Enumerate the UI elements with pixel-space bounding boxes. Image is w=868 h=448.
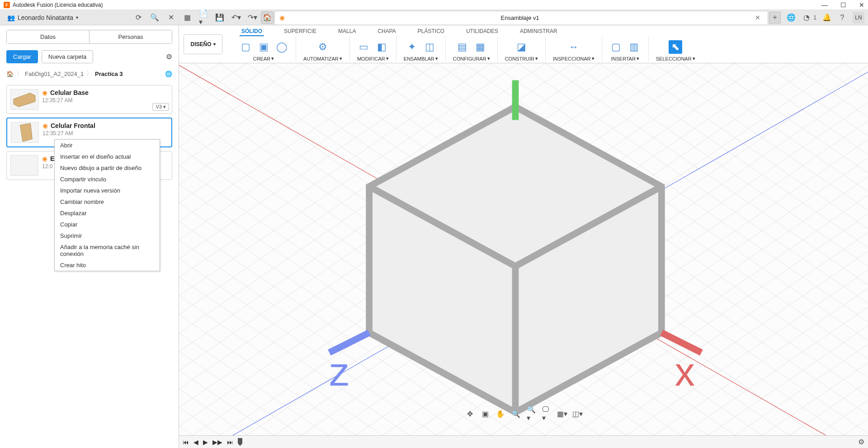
ctx-nuevo-dibujo[interactable]: Nuevo dibujo a partir de diseño <box>55 162 160 174</box>
timeline-start-icon[interactable]: ⏮ <box>183 439 189 446</box>
viewport-settings-icon[interactable]: ◫▾ <box>573 409 582 418</box>
group-crear[interactable]: CREAR ▾ <box>253 56 274 61</box>
document-tab-close[interactable]: ✕ <box>752 14 763 21</box>
ctx-hito[interactable]: Crear hito <box>55 259 160 271</box>
group-seleccionar[interactable]: SELECCIONAR ▾ <box>656 56 695 61</box>
group-construir[interactable]: CONSTRUIR ▾ <box>505 56 538 61</box>
joint-icon[interactable]: ✦ <box>405 40 419 54</box>
workspace-switcher[interactable]: DISEÑO ▾ <box>184 34 222 54</box>
timeline-settings-icon[interactable]: ⚙ <box>858 438 864 446</box>
breadcrumb: 🏠 〉 FabDig01_A2_2024_1 〉 Practica 3 🌐 <box>6 70 172 78</box>
display-settings-icon[interactable]: 🖵▾ <box>542 409 551 418</box>
select-icon[interactable]: ⬉ <box>669 40 682 54</box>
panel-settings-icon[interactable]: ⚙ <box>166 52 172 61</box>
upload-button[interactable]: Cargar <box>6 50 38 63</box>
zoom-icon[interactable]: 🔍 <box>511 409 520 418</box>
window-minimize-button[interactable]: — <box>821 1 828 9</box>
cylinder-icon[interactable]: ◯ <box>275 40 288 54</box>
share-globe-icon[interactable]: 🌐 <box>165 71 172 77</box>
new-folder-button[interactable]: Nueva carpeta <box>42 50 94 63</box>
grid-settings-icon[interactable]: ▦▾ <box>557 409 566 418</box>
ctx-copiar[interactable]: Copiar <box>55 219 160 230</box>
automate-icon[interactable]: ⚙ <box>316 40 330 54</box>
grid-apps-icon[interactable]: ▦ <box>183 14 191 22</box>
extensions-icon[interactable]: 🌐 <box>786 13 796 23</box>
ribbon-tab-solido[interactable]: SÓLIDO <box>240 27 264 36</box>
insert-mcmaster-icon[interactable]: ▥ <box>627 40 641 54</box>
help-icon[interactable]: ? <box>837 13 847 23</box>
construct-plane-icon[interactable]: ◪ <box>514 40 528 54</box>
close-panel-icon[interactable]: ✕ <box>167 14 175 22</box>
group-inspeccionar[interactable]: INSPECCIONAR ▾ <box>553 56 594 61</box>
sketch-icon[interactable]: ▢ <box>239 40 252 54</box>
new-file-icon[interactable]: 📄▾ <box>199 14 208 22</box>
undo-icon[interactable]: ↶▾ <box>232 14 240 22</box>
ctx-desplazar[interactable]: Desplazar <box>55 207 160 219</box>
ribbon-tab-superficie[interactable]: SUPERFICIE <box>282 27 318 36</box>
group-ensamblar[interactable]: ENSAMBLAR ▾ <box>404 56 438 61</box>
config-icon[interactable]: ▤ <box>456 40 469 54</box>
timeline-back-icon[interactable]: ◀ <box>193 439 198 446</box>
zoom-window-icon[interactable]: 🔍▾ <box>527 409 536 418</box>
view-cube[interactable]: x z <box>179 67 860 435</box>
file-card[interactable]: ◉ Celular Base 12:35:27 AM V3 ▾ <box>6 85 172 114</box>
team-dropdown[interactable]: 👥 Leonardo Ninatanta ▾ <box>4 12 82 23</box>
orbit-icon[interactable]: ✥ <box>465 409 474 418</box>
table-icon[interactable]: ▦ <box>474 40 487 54</box>
refresh-icon[interactable]: ⟳ <box>134 14 142 22</box>
timeline-bar: ⏮ ◀ ▶ ▶▶ ⏭ ⚙ <box>179 435 868 448</box>
search-icon[interactable]: 🔍 <box>151 14 159 22</box>
redo-icon[interactable]: ↷▾ <box>248 14 256 22</box>
ribbon-tab-administrar[interactable]: ADMINISTRAR <box>518 27 559 36</box>
fillet-icon[interactable]: ◧ <box>375 40 389 54</box>
tab-datos[interactable]: Datos <box>7 30 89 43</box>
ctx-renombrar[interactable]: Cambiar nombre <box>55 196 160 207</box>
insert-derive-icon[interactable]: ▢ <box>609 40 623 54</box>
user-avatar[interactable]: LN <box>853 12 864 24</box>
file-thumbnail <box>10 155 38 176</box>
pan-icon[interactable]: ✋ <box>496 409 505 418</box>
ribbon-tab-plastico[interactable]: PLÁSTICO <box>416 27 446 36</box>
notifications-icon[interactable]: 🔔 <box>822 13 832 23</box>
timeline-forward-icon[interactable]: ▶▶ <box>212 439 222 446</box>
save-icon[interactable]: 💾 <box>216 14 224 22</box>
box-icon[interactable]: ▣ <box>257 40 270 54</box>
ctx-importar[interactable]: Importar nueva versión <box>55 185 160 196</box>
breadcrumb-home-icon[interactable]: 🏠 <box>6 71 14 77</box>
chevron-down-icon: ▾ <box>213 42 216 47</box>
ribbon-tab-chapa[interactable]: CHAPA <box>376 27 397 36</box>
model-canvas[interactable]: x z ✥ ▣ ✋ 🔍 🔍▾ 🖵▾ ▦▾ ◫▾ <box>179 63 868 435</box>
version-badge[interactable]: V3 ▾ <box>152 103 169 111</box>
timeline-play-icon[interactable]: ▶ <box>203 439 208 446</box>
job-status-icon[interactable]: ◔ <box>802 13 811 23</box>
look-at-icon[interactable]: ▣ <box>481 409 490 418</box>
home-tab-button[interactable]: 🏠 <box>261 11 274 24</box>
measure-icon[interactable]: ↔ <box>567 40 580 54</box>
ctx-compartir[interactable]: Compartir vínculo <box>55 174 160 185</box>
ctx-cache[interactable]: Añadir a la memoria caché sin conexión <box>55 241 160 259</box>
ribbon-tab-utilidades[interactable]: UTILIDADES <box>464 27 500 36</box>
file-name: E <box>50 155 54 162</box>
group-modificar[interactable]: MODIFICAR ▾ <box>357 56 389 61</box>
add-tab-button[interactable]: ＋ <box>769 12 781 24</box>
ribbon-tab-malla[interactable]: MALLA <box>336 27 358 36</box>
group-configurar[interactable]: CONFIGURAR ▾ <box>453 56 490 61</box>
cube-icon: ◉ <box>279 14 285 21</box>
document-tab[interactable]: ◉ Ensamblaje v1 ✕ <box>274 11 768 24</box>
ctx-suprimir[interactable]: Suprimir <box>55 230 160 241</box>
asbuilt-joint-icon[interactable]: ◫ <box>423 40 437 54</box>
window-maximize-button[interactable]: ☐ <box>840 1 846 9</box>
ctx-insertar[interactable]: Insertar en el diseño actual <box>55 151 160 162</box>
team-icon: 👥 <box>7 14 15 21</box>
window-close-button[interactable]: ✕ <box>859 1 864 9</box>
panel-tabs: Datos Personas <box>6 30 172 44</box>
timeline-marker[interactable] <box>238 438 242 446</box>
timeline-end-icon[interactable]: ⏭ <box>227 439 233 446</box>
group-automatizar[interactable]: AUTOMATIZAR ▾ <box>303 56 342 61</box>
ctx-abrir[interactable]: Abrir <box>55 140 160 151</box>
breadcrumb-project[interactable]: FabDig01_A2_2024_1 <box>25 71 84 77</box>
group-insertar[interactable]: INSERTAR ▾ <box>611 56 639 61</box>
breadcrumb-folder[interactable]: Practica 3 <box>95 71 123 77</box>
presspull-icon[interactable]: ▭ <box>357 40 371 54</box>
tab-personas[interactable]: Personas <box>89 30 172 43</box>
